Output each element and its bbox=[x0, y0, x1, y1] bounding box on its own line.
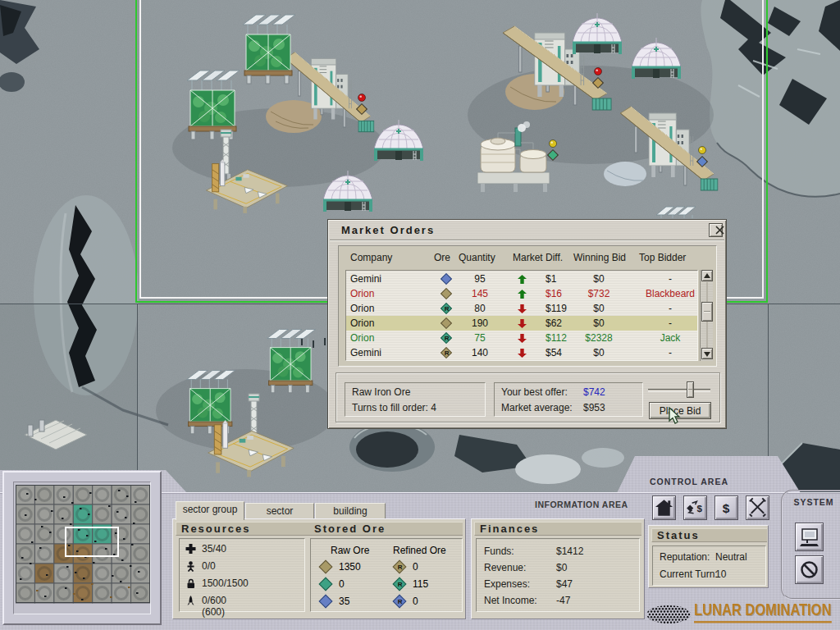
dialog-title[interactable]: Market Orders bbox=[341, 224, 435, 236]
arrow-down-icon bbox=[518, 304, 527, 313]
bid-slider-track[interactable] bbox=[648, 389, 710, 392]
resources-box: 35/400/01500/15000/600 (600) bbox=[179, 538, 305, 612]
market-diff: $1 bbox=[546, 272, 556, 286]
market-order-row[interactable]: Orion190$62$0- bbox=[346, 316, 697, 331]
bottom-bar-control-wedge bbox=[614, 456, 804, 493]
resource-value: 1500/1500 bbox=[202, 578, 249, 589]
refined-blue-ore-icon: R bbox=[393, 595, 407, 609]
status-box: Reputation:NeutralCurrent Turn:10 bbox=[652, 546, 766, 586]
refined-ore-col-label: Refined Ore bbox=[393, 545, 446, 556]
raw-ore-value: 35 bbox=[339, 596, 349, 607]
raw-blue-ore-icon bbox=[319, 595, 333, 609]
minimap[interactable] bbox=[16, 485, 150, 606]
game-screen: sector groupsectorbuilding INFORMATION A… bbox=[0, 0, 840, 630]
winning-bid: $0 bbox=[573, 345, 624, 360]
winning-bid: $732 bbox=[573, 286, 624, 301]
market-order-row[interactable]: GeminiR140$54$0- bbox=[346, 345, 697, 360]
quantity: 190 bbox=[459, 316, 500, 331]
tab-sector[interactable]: sector bbox=[245, 503, 314, 519]
offer-info-box: Your best offer: $742 Market average: $9… bbox=[494, 382, 643, 417]
arrow-up-icon bbox=[518, 275, 527, 284]
quantity: 145 bbox=[459, 286, 500, 301]
info-panel: Resources Stored Ore 35/400/01500/15000/… bbox=[172, 518, 466, 619]
order-info-box: Raw Iron Ore Turns to fill order: 4 bbox=[345, 382, 486, 417]
column-header: Quantity bbox=[459, 252, 495, 263]
refined-khaki-ore-icon: R bbox=[441, 347, 452, 358]
home-button[interactable] bbox=[652, 495, 676, 520]
quantity: 140 bbox=[459, 345, 500, 360]
market-average-value: $953 bbox=[583, 402, 605, 413]
cancel-button[interactable] bbox=[795, 555, 824, 584]
top-bidder: - bbox=[635, 345, 698, 360]
column-header: Top Bidder bbox=[639, 252, 686, 263]
svg-text:$: $ bbox=[723, 501, 730, 515]
market-order-row[interactable]: Gemini95$1$0- bbox=[346, 272, 697, 286]
raw-ore-col-label: Raw Ore bbox=[331, 545, 369, 556]
raw-blue-ore-icon bbox=[441, 273, 452, 285]
raw-khaki-ore-icon bbox=[319, 560, 333, 574]
column-header: Company bbox=[350, 252, 392, 263]
scroll-down-button[interactable] bbox=[701, 348, 713, 359]
lock-icon bbox=[185, 578, 196, 589]
finances-box: Funds:$1412Revenue:$0Expenses:$47Net Inc… bbox=[476, 538, 640, 612]
market-order-row[interactable]: OrionR75$112$2328Jack bbox=[346, 331, 697, 345]
market-diff: $112 bbox=[546, 331, 567, 345]
market-diff: $62 bbox=[546, 316, 562, 331]
close-button[interactable] bbox=[709, 223, 723, 237]
market-order-row[interactable]: Orion145$16$732Blackbeard bbox=[346, 286, 697, 301]
market-order-row[interactable]: OrionR80$119$0- bbox=[346, 301, 697, 316]
refined-ore-value: 115 bbox=[413, 578, 428, 590]
trade-icon: $ bbox=[684, 496, 706, 519]
home-icon bbox=[653, 496, 675, 519]
company-name: Orion bbox=[350, 331, 374, 345]
close-icon bbox=[714, 225, 725, 235]
order-list[interactable]: Gemini95$1$0-Orion145$16$732BlackbeardOr… bbox=[345, 270, 698, 361]
resource-value: 35/40 bbox=[202, 543, 226, 555]
best-offer-label: Your best offer: bbox=[501, 386, 568, 398]
scroll-up-button[interactable] bbox=[701, 270, 713, 281]
company-name: Orion bbox=[350, 316, 374, 331]
status-panel: Status Reputation:NeutralCurrent Turn:10 bbox=[648, 525, 769, 588]
finance-label: Net Income: bbox=[484, 595, 537, 606]
trade-button[interactable]: $ bbox=[683, 495, 707, 520]
raw-green-ore-icon bbox=[319, 578, 333, 591]
raw-ore-value: 1350 bbox=[339, 561, 361, 573]
arrow-up-icon bbox=[518, 290, 527, 299]
triangle-down-icon bbox=[704, 352, 710, 357]
scrollbar[interactable] bbox=[700, 270, 713, 361]
system-label: SYSTEM bbox=[789, 497, 838, 507]
game-logo: LUNAR DOMINATION bbox=[694, 601, 831, 623]
stored-ore-header: Stored Ore bbox=[314, 523, 386, 535]
finance-button[interactable]: $ bbox=[714, 495, 738, 520]
bid-slider-handle[interactable] bbox=[687, 381, 694, 398]
finances-header: Finances bbox=[480, 523, 539, 535]
market-orders-dialog: Market Orders CompanyOreQuantityMarket D… bbox=[327, 219, 727, 429]
computer-button[interactable] bbox=[795, 523, 824, 551]
refined-green-ore-icon: R bbox=[441, 303, 452, 314]
rocket-icon bbox=[185, 596, 196, 606]
no-entry-icon bbox=[796, 556, 823, 583]
raw-ore-value: 0 bbox=[339, 578, 345, 590]
finance-value: $1412 bbox=[556, 546, 583, 557]
market-average-label: Market average: bbox=[501, 402, 573, 413]
resources-header: Resources bbox=[181, 523, 250, 535]
refined-ore-value: 0 bbox=[413, 596, 418, 607]
finance-label: Expenses: bbox=[484, 578, 530, 590]
refined-ore-value: 0 bbox=[413, 561, 418, 573]
scroll-thumb[interactable] bbox=[701, 302, 713, 322]
combat-button[interactable] bbox=[746, 495, 769, 520]
best-offer-value: $742 bbox=[583, 386, 605, 398]
market-diff: $16 bbox=[546, 286, 562, 301]
tab-sector-group[interactable]: sector group bbox=[176, 501, 244, 520]
resource-value: 0/0 bbox=[202, 560, 216, 572]
plus-icon bbox=[185, 544, 196, 555]
tab-building[interactable]: building bbox=[315, 503, 386, 519]
control-area-label: CONTROL AREA bbox=[650, 477, 728, 486]
crossed-swords-icon bbox=[746, 496, 769, 519]
turns-to-fill: Turns to fill order: 4 bbox=[352, 402, 436, 413]
title-separator bbox=[330, 240, 724, 241]
computer-icon bbox=[796, 523, 823, 550]
column-header: Winning Bid bbox=[573, 252, 626, 263]
winning-bid: $0 bbox=[573, 272, 624, 286]
company-name: Orion bbox=[350, 286, 374, 301]
